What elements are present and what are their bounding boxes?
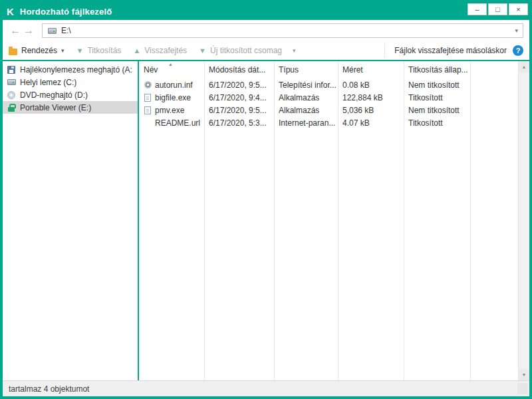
minimize-button[interactable]: – xyxy=(467,3,487,15)
file-modified: 6/17/2020, 5:3... xyxy=(204,118,274,128)
app-window: K Hordozható fájlkezelő – □ × ← → E:\ ▾ … xyxy=(0,0,532,399)
file-name: bigfile.exe xyxy=(155,93,191,102)
hdd-icon xyxy=(7,78,16,87)
organize-button[interactable]: Rendezés ▾ xyxy=(9,46,65,55)
status-bar: tartalmaz 4 objektumot xyxy=(3,380,529,396)
titlebar: K Hordozható fájlkezelő – □ × xyxy=(3,3,529,20)
floppy-icon xyxy=(7,65,16,74)
file-size: 0.08 kB xyxy=(338,80,404,90)
drive-label: Helyi lemez (C:) xyxy=(20,78,76,87)
chevron-down-icon: ▾ xyxy=(293,47,296,54)
window-controls: – □ × xyxy=(467,3,528,15)
encrypt-button[interactable]: ▼ Titkosítás xyxy=(76,46,122,55)
file-type: Internet-paran... xyxy=(274,118,338,128)
decrypt-button[interactable]: ▲ Visszafejtés xyxy=(133,46,187,55)
close-button[interactable]: × xyxy=(509,3,528,15)
toolbar: Rendezés ▾ ▼ Titkosítás ▲ Visszafejtés ▼… xyxy=(3,41,529,60)
column-gridline xyxy=(404,61,404,380)
scroll-down-button[interactable]: ▼ xyxy=(519,369,529,380)
chevron-down-icon: ▾ xyxy=(61,47,65,54)
drive-label: Portable Viewer (E:) xyxy=(20,103,91,112)
file-modified: 6/17/2020, 9:5... xyxy=(204,80,274,90)
kaspersky-logo-icon: K xyxy=(7,6,14,17)
sidebar-item-drive-d[interactable]: DVD-meghajtó (D:) xyxy=(3,88,138,101)
folder-icon xyxy=(9,49,17,55)
blank-file-icon xyxy=(144,118,152,128)
application-file-icon xyxy=(144,106,152,115)
column-header-status[interactable]: Titkosítás állap... xyxy=(404,65,470,74)
column-header-modified[interactable]: Módosítás dát... xyxy=(204,65,274,74)
decrypt-on-copy-link[interactable]: Fájlok visszafejtése másoláskor xyxy=(394,46,507,55)
column-header-size[interactable]: Méret xyxy=(338,65,404,74)
file-name: pmv.exe xyxy=(155,106,184,115)
table-row[interactable]: pmv.exe 6/17/2020, 9:5... Alkalmazás 5,0… xyxy=(139,104,518,116)
arrow-down-icon: ▼ xyxy=(199,47,206,55)
file-type: Telepítési infor... xyxy=(274,80,338,90)
file-encryption-status: Titkosított xyxy=(404,118,470,128)
address-dropdown-icon[interactable]: ▾ xyxy=(515,27,518,34)
column-gridline xyxy=(338,61,338,380)
table-header: ▲ Név Módosítás dát... Típus Méret Titko… xyxy=(139,61,518,78)
column-header-name[interactable]: Név xyxy=(139,65,204,74)
file-area: ▲ Név Módosítás dát... Típus Méret Titko… xyxy=(139,61,529,380)
drive-icon xyxy=(47,26,57,35)
file-name: README.url xyxy=(155,118,200,128)
file-encryption-status: Titkosított xyxy=(404,93,470,102)
encrypt-label: Titkosítás xyxy=(87,46,121,55)
sidebar-item-drive-c[interactable]: Helyi lemez (C:) xyxy=(3,76,138,88)
file-size: 122,884 kB xyxy=(338,93,404,102)
address-text: E:\ xyxy=(61,26,510,35)
drive-label: DVD-meghajtó (D:) xyxy=(20,90,88,100)
sort-asc-icon: ▲ xyxy=(168,62,173,66)
scroll-up-button[interactable]: ▲ xyxy=(519,61,529,72)
new-encrypted-package-button[interactable]: ▼ Új titkosított csomag ▾ xyxy=(199,46,295,55)
drive-label: Hajlékonylemezes meghajtó (A: xyxy=(20,65,132,74)
table-row[interactable]: README.url 6/17/2020, 5:3... Internet-pa… xyxy=(139,116,518,129)
sidebar-item-drive-e[interactable]: Portable Viewer (E:) xyxy=(3,101,138,114)
setup-file-icon xyxy=(144,80,152,90)
file-encryption-status: Nem titkosított xyxy=(404,106,470,115)
organize-label: Rendezés xyxy=(21,46,57,55)
vertical-scrollbar[interactable]: ▲ ▼ xyxy=(518,61,529,380)
toolbar-left-group: Rendezés ▾ ▼ Titkosítás ▲ Visszafejtés ▼… xyxy=(9,46,296,55)
back-button[interactable]: ← xyxy=(9,23,22,38)
column-header-type[interactable]: Típus xyxy=(274,65,338,74)
file-type: Alkalmazás xyxy=(274,106,338,115)
dvd-icon xyxy=(7,90,16,100)
lock-icon xyxy=(7,103,16,112)
address-bar[interactable]: E:\ ▾ xyxy=(42,23,523,38)
toolbar-right-group: Fájlok visszafejtése másoláskor ? xyxy=(384,43,523,58)
file-encryption-status: Nem titkosított xyxy=(404,80,470,90)
maximize-button[interactable]: □ xyxy=(488,3,507,15)
drives-sidebar: Hajlékonylemezes meghajtó (A: Helyi leme… xyxy=(3,61,138,380)
column-gridline xyxy=(204,61,205,380)
resize-grip xyxy=(517,383,528,394)
forward-button[interactable]: → xyxy=(22,23,35,38)
file-size: 4.07 kB xyxy=(338,118,404,128)
table-row[interactable]: autorun.inf 6/17/2020, 9:5... Telepítési… xyxy=(139,78,518,91)
application-file-icon xyxy=(144,93,152,102)
arrow-down-icon: ▼ xyxy=(76,47,84,55)
status-text: tartalmaz 4 objektumot xyxy=(9,384,89,394)
main-content: Hajlékonylemezes meghajtó (A: Helyi leme… xyxy=(3,61,529,380)
file-table: ▲ Név Módosítás dát... Típus Méret Titko… xyxy=(139,61,518,380)
window-title: Hordozható fájlkezelő xyxy=(20,7,112,17)
arrow-up-icon: ▲ xyxy=(133,47,140,55)
column-gridline xyxy=(470,61,471,380)
sidebar-item-drive-a[interactable]: Hajlékonylemezes meghajtó (A: xyxy=(3,63,138,76)
file-modified: 6/17/2020, 9:4... xyxy=(204,93,274,102)
file-type: Alkalmazás xyxy=(274,93,338,102)
new-package-label: Új titkosított csomag xyxy=(210,46,282,55)
navigation-bar: ← → E:\ ▾ xyxy=(3,20,529,41)
file-name: autorun.inf xyxy=(155,80,193,90)
table-row[interactable]: bigfile.exe 6/17/2020, 9:4... Alkalmazás… xyxy=(139,91,518,104)
column-gridline xyxy=(274,61,275,380)
file-size: 5,036 kB xyxy=(338,106,404,115)
decrypt-label: Visszafejtés xyxy=(144,46,187,55)
file-modified: 6/17/2020, 9:5... xyxy=(204,106,274,115)
help-icon[interactable]: ? xyxy=(513,45,523,56)
